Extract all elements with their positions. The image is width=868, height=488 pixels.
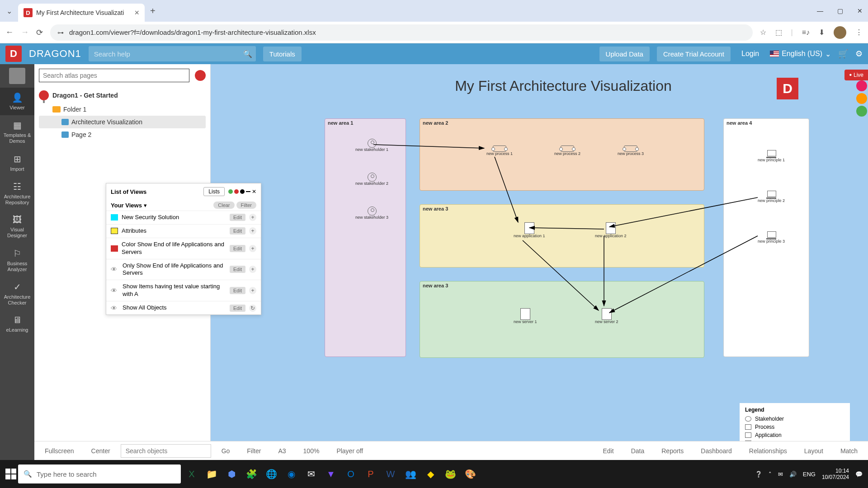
node-process-2[interactable]: new process 2 (554, 145, 580, 156)
live-badge[interactable]: Live (844, 70, 868, 80)
task-app-icon[interactable]: ◆ (421, 465, 439, 483)
clear-button[interactable]: Clear (213, 202, 234, 209)
playlist-icon[interactable]: ≡♪ (802, 28, 810, 37)
edit-button[interactable]: Edit (230, 227, 245, 235)
profile-avatar[interactable] (834, 26, 846, 39)
upload-data-button[interactable]: Upload Data (599, 47, 650, 61)
node-process-1[interactable]: new process 1 (486, 145, 513, 156)
task-chrome-icon[interactable]: 🌐 (262, 465, 280, 483)
tree-page-2[interactable]: Page 2 (39, 128, 206, 141)
node-stakeholder-2[interactable]: new stakeholder 2 (355, 173, 388, 186)
popup-minimize-icon[interactable] (246, 191, 250, 192)
add-icon[interactable]: + (249, 245, 256, 252)
filter-button[interactable]: Filter (240, 444, 268, 458)
reload-icon[interactable]: ⟳ (36, 28, 43, 38)
node-principle-3[interactable]: new principle 3 (758, 231, 785, 244)
view-row[interactable]: 👁Show Items having test value starting w… (106, 280, 261, 301)
close-window-icon[interactable]: ✕ (855, 7, 864, 14)
fullscreen-button[interactable]: Fullscreen (38, 444, 81, 458)
add-icon[interactable]: + (249, 227, 256, 235)
tray-clock[interactable]: 10:14 10/07/2024 (822, 468, 849, 481)
tree-root[interactable]: Dragon1 - Get Started (39, 88, 206, 103)
back-icon[interactable]: ← (5, 28, 14, 37)
layout-button[interactable]: Layout (797, 444, 830, 458)
add-icon[interactable]: + (249, 214, 256, 221)
cart-icon[interactable]: 🛒 (838, 49, 848, 59)
node-stakeholder-1[interactable]: new stakeholder 1 (355, 139, 388, 152)
create-trial-button[interactable]: Create Trial Account (657, 47, 731, 61)
diagram-canvas[interactable]: My First Architecture Visualization D ne… (306, 69, 821, 430)
data-button[interactable]: Data (624, 444, 651, 458)
taskbar-search[interactable]: 🔍Type here to search (18, 465, 181, 483)
task-edge-icon[interactable]: ◉ (282, 465, 300, 483)
url-field[interactable]: ⊶ dragon1.com/viewer?f=/downloads/dragon… (50, 24, 753, 41)
share-bubble-icon[interactable] (856, 80, 867, 91)
lists-button[interactable]: Lists (203, 187, 225, 196)
edit-button[interactable]: Edit (230, 305, 245, 312)
view-row[interactable]: New Security SolutionEdit+ (106, 211, 261, 224)
tray-notifications-icon[interactable]: 💬 (855, 471, 863, 478)
task-app-icon[interactable]: ▼ (322, 465, 340, 483)
edit-button[interactable]: Edit (230, 214, 245, 221)
area-1[interactable]: new area 1 (325, 118, 406, 357)
user-avatar[interactable] (9, 68, 25, 84)
player-button[interactable]: Player off (330, 444, 370, 458)
edit-bubble-icon[interactable] (856, 106, 867, 117)
node-server-2[interactable]: new server 2 (595, 308, 618, 324)
view-row[interactable]: 👁Show All ObjectsEdit↻ (106, 301, 261, 314)
node-principle-2[interactable]: new principle 2 (758, 191, 785, 203)
rail-checker[interactable]: ✓Architecture Checker (0, 277, 34, 310)
node-process-3[interactable]: new process 3 (618, 145, 644, 156)
area-4[interactable]: new area 3 (420, 281, 704, 358)
edit-button[interactable]: Edit (230, 287, 245, 294)
view-row[interactable]: AttributesEdit+ (106, 224, 261, 238)
close-tab-icon[interactable]: × (134, 8, 139, 18)
tutorials-button[interactable]: Tutorials (263, 47, 302, 61)
browser-tab[interactable]: D My First Architecture Visualizati × (18, 4, 145, 22)
add-icon[interactable]: + (249, 287, 256, 294)
a3-button[interactable]: A3 (271, 444, 292, 458)
add-icon[interactable]: + (249, 266, 256, 273)
rail-templates[interactable]: ▦Templates & Demos (0, 115, 34, 149)
reports-button[interactable]: Reports (655, 444, 690, 458)
comment-bubble-icon[interactable] (856, 93, 867, 104)
task-word-icon[interactable]: W (382, 465, 400, 483)
view-row[interactable]: 👁Only Show End of life Applications and … (106, 259, 261, 280)
view-row[interactable]: Color Show End of life Applications and … (106, 238, 261, 259)
edit-button[interactable]: Edit (596, 444, 621, 458)
search-icon[interactable]: 🔍 (240, 50, 256, 58)
canvas-area[interactable]: Live My First Architecture Visualization… (211, 64, 868, 482)
center-button[interactable]: Center (85, 444, 117, 458)
tray-help-icon[interactable]: ❔ (755, 471, 762, 478)
views-popup[interactable]: List of Views Lists ✕ Your Views ▾ Clear… (106, 183, 261, 315)
forward-icon[interactable]: → (21, 28, 29, 37)
rail-viewer[interactable]: 👤Viewer (0, 88, 34, 115)
maximize-icon[interactable]: ▢ (835, 7, 844, 14)
relationships-button[interactable]: Relationships (742, 444, 794, 458)
node-application-1[interactable]: new application 1 (514, 222, 545, 239)
help-search[interactable]: 🔍 (89, 46, 256, 61)
task-outlook-icon[interactable]: O (342, 465, 360, 483)
download-icon[interactable]: ⬇ (819, 28, 825, 37)
language-selector[interactable]: English (US) ⌄ (770, 50, 831, 58)
tray-mail-icon[interactable]: ✉ (778, 471, 783, 478)
task-app-icon[interactable]: 🐸 (441, 465, 459, 483)
task-app-icon[interactable]: 🧩 (242, 465, 260, 483)
popup-dot-black[interactable] (240, 189, 245, 194)
node-principle-1[interactable]: new principle 1 (758, 150, 785, 163)
node-server-1[interactable]: new server 1 (514, 308, 537, 324)
edit-button[interactable]: Edit (230, 266, 245, 273)
extensions-icon[interactable]: ⬚ (775, 28, 782, 37)
rail-import[interactable]: ⊞Import (0, 149, 34, 177)
node-stakeholder-3[interactable]: new stakeholder 3 (355, 206, 388, 220)
go-button[interactable]: Go (215, 444, 237, 458)
kebab-menu-icon[interactable]: ⋮ (855, 28, 863, 37)
tray-volume-icon[interactable]: 🔊 (789, 471, 797, 478)
task-app-icon[interactable]: 🎨 (461, 465, 479, 483)
task-app-icon[interactable]: ⬢ (222, 465, 241, 483)
match-button[interactable]: Match (834, 444, 864, 458)
tray-chevron-icon[interactable]: ˄ (769, 471, 772, 478)
tree-page-arch-viz[interactable]: Architecture Visualization (39, 116, 206, 128)
gear-icon[interactable]: ⚙ (855, 49, 863, 59)
filter-button[interactable]: Filter (236, 202, 256, 209)
